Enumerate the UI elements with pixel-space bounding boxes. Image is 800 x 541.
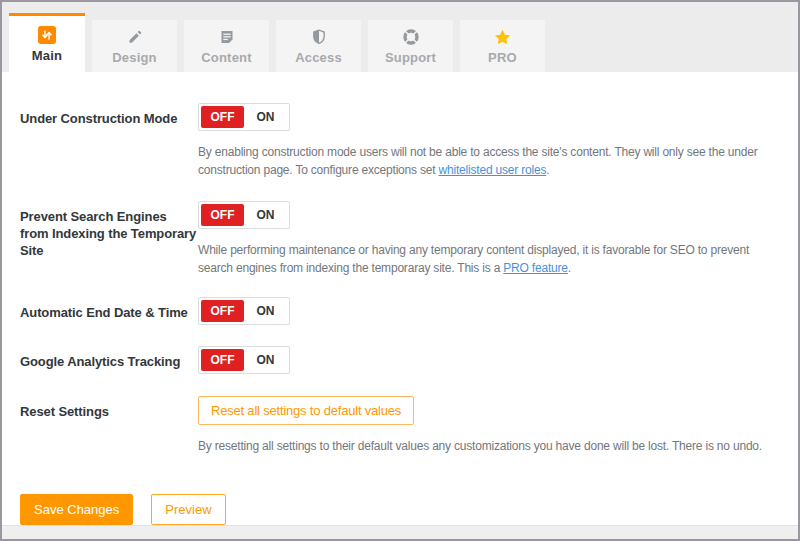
toggle-off-button[interactable]: OFF — [201, 106, 244, 128]
lifering-icon — [403, 27, 419, 47]
under-construction-toggle[interactable]: OFF ON — [198, 103, 290, 131]
toggle-off-button[interactable]: OFF — [201, 349, 244, 371]
tab-design[interactable]: Design — [92, 20, 177, 72]
description-text-end: . — [568, 261, 571, 275]
description-text: While performing maintenance or having a… — [198, 243, 749, 275]
tab-bar: Main Design Content — [2, 2, 798, 72]
sliders-icon-box — [38, 26, 56, 44]
tab-access[interactable]: Access — [276, 20, 361, 72]
save-changes-button[interactable]: Save Changes — [20, 494, 133, 525]
reset-settings-button[interactable]: Reset all settings to default values — [198, 396, 414, 425]
pencil-icon — [127, 27, 143, 47]
bottom-strip — [2, 525, 798, 541]
tab-content[interactable]: Content — [184, 20, 269, 72]
preview-button[interactable]: Preview — [151, 494, 225, 525]
setting-label: Automatic End Date & Time — [20, 297, 198, 321]
google-analytics-toggle[interactable]: OFF ON — [198, 346, 290, 374]
tab-support[interactable]: Support — [368, 20, 453, 72]
tab-content-label: Content — [201, 50, 252, 65]
setting-label: Prevent Search Engines from Indexing the… — [20, 201, 198, 259]
toggle-on-button[interactable]: ON — [244, 204, 287, 226]
toggle-on-button[interactable]: ON — [244, 300, 287, 322]
shield-icon — [311, 27, 327, 47]
setting-label: Under Construction Mode — [20, 103, 198, 127]
automatic-end-date-toggle[interactable]: OFF ON — [198, 297, 290, 325]
whitelisted-user-roles-link[interactable]: whitelisted user roles — [439, 163, 547, 177]
toggle-off-button[interactable]: OFF — [201, 204, 244, 226]
tab-pro[interactable]: PRO — [460, 20, 545, 72]
sliders-icon — [38, 25, 56, 45]
setting-row-under-construction-mode: Under Construction Mode OFF ON By enabli… — [20, 103, 780, 179]
tab-pro-label: PRO — [488, 50, 517, 65]
setting-label: Google Analytics Tracking — [20, 346, 198, 370]
toggle-on-button[interactable]: ON — [244, 106, 287, 128]
tab-main-label: Main — [32, 48, 62, 63]
description-text-end: . — [546, 163, 549, 177]
settings-panel: Main Design Content — [0, 0, 800, 541]
setting-description: By enabling construction mode users will… — [198, 143, 780, 179]
prevent-search-toggle[interactable]: OFF ON — [198, 201, 290, 229]
document-icon — [219, 27, 235, 47]
tab-panel-main: Under Construction Mode OFF ON By enabli… — [2, 72, 798, 525]
actions-bar: Save Changes Preview — [20, 494, 780, 525]
setting-description: While performing maintenance or having a… — [198, 241, 780, 277]
setting-row-automatic-end-date: Automatic End Date & Time OFF ON — [20, 297, 780, 325]
setting-label: Reset Settings — [20, 396, 198, 420]
toggle-off-button[interactable]: OFF — [201, 300, 244, 322]
tab-support-label: Support — [385, 50, 436, 65]
setting-row-reset-settings: Reset Settings Reset all settings to def… — [20, 396, 780, 455]
setting-description: By resetting all settings to their defau… — [198, 437, 780, 455]
pro-feature-link[interactable]: PRO feature — [503, 261, 568, 275]
toggle-on-button[interactable]: ON — [244, 349, 287, 371]
setting-row-google-analytics: Google Analytics Tracking OFF ON — [20, 346, 780, 374]
tab-main[interactable]: Main — [9, 13, 85, 72]
tab-design-label: Design — [112, 50, 157, 65]
tab-access-label: Access — [295, 50, 342, 65]
star-icon — [494, 27, 511, 47]
setting-row-prevent-search-engines: Prevent Search Engines from Indexing the… — [20, 201, 780, 277]
